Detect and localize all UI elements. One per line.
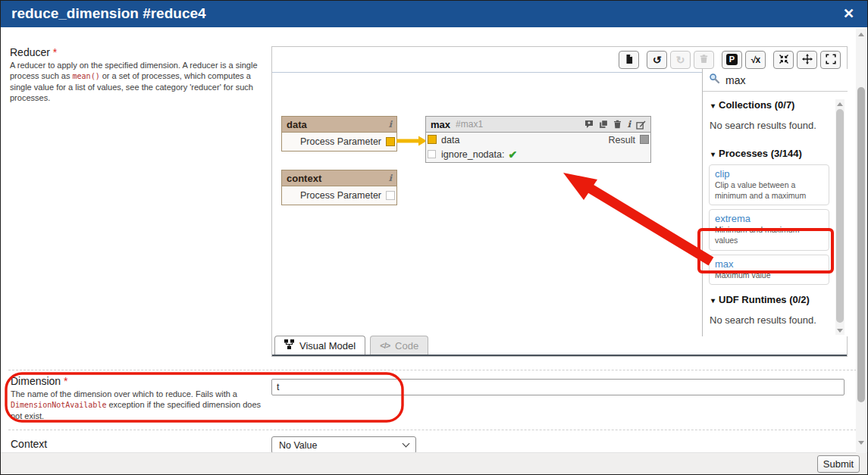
panel-scrollbar[interactable] [835,99,844,335]
block-data-body: Process Parameter [282,133,396,151]
result-label: Result [609,135,635,145]
section-processes[interactable]: ▾Processes (3/144) [711,148,829,159]
reducer-label: Reducer * [10,46,57,58]
block-context-body: Process Parameter [282,186,396,205]
new-model-button[interactable] [619,51,639,69]
compress-model-button[interactable] [773,51,794,69]
block-data-header: data i [282,117,396,133]
block-max[interactable]: max #max1 i [425,116,651,163]
redo-icon: ↻ [676,55,685,65]
process-description: Minimum and maximum values [715,225,823,245]
dimension-description: The name of the dimension over which to … [11,389,274,421]
collections-empty-text: No search results found. [710,120,829,131]
move-icon[interactable] [797,51,817,69]
section-collections[interactable]: ▾Collections (0/7) [711,99,829,111]
sqrt-icon: √x [751,55,760,64]
scrollbar-thumb[interactable] [836,109,844,323]
section-udf-runtimes[interactable]: ▾UDF Runtimes (0/2) [711,294,829,305]
udf-empty-text: No search results found. [710,314,829,326]
trash-icon [699,54,709,65]
process-link[interactable]: clip [715,168,823,180]
context-select[interactable]: No Value [271,436,416,454]
edit-icon[interactable] [636,120,646,130]
scroll-up-arrow[interactable] [856,30,866,39]
redo-button[interactable]: ↻ [670,51,691,69]
tab-code-label: Code [395,340,418,352]
insert-parameter-button[interactable]: P [722,51,742,69]
search-results: ▾Collections (0/7) No search results fou… [703,92,848,336]
move-arrows-icon [802,54,813,66]
undo-button[interactable]: ↺ [647,51,667,69]
output-port[interactable] [386,191,395,200]
process-link[interactable]: extrema [715,213,823,224]
info-icon[interactable]: i [388,119,392,130]
process-card-extrema[interactable]: extrema Minimum and maximum values [709,209,829,250]
fullscreen-button[interactable] [820,51,841,69]
process-parameter-label: Process Parameter [300,136,381,147]
result-port[interactable] [640,135,649,144]
block-context-header: context i [282,170,396,186]
block-context-title: context [287,173,321,184]
required-asterisk: * [53,46,57,58]
info-icon[interactable]: i [627,119,631,130]
scroll-up-arrow[interactable] [835,99,844,108]
new-document-icon [624,54,635,66]
process-parameter-label: Process Parameter [300,190,381,201]
comment-icon[interactable] [584,120,594,129]
dimension-input[interactable] [271,379,844,395]
process-description: Maximum value [715,270,823,281]
duplicate-icon[interactable] [599,120,608,129]
code-icon: </> [380,341,390,350]
process-description: Clip a value between a minimum and a max… [715,180,823,201]
page-title: reduce_dimension #reduce4 [11,5,206,22]
scrollbar-thumb[interactable] [857,87,865,402]
output-port[interactable] [386,137,395,146]
modal-footer: Submit [1,452,867,474]
ignore-nodata-label: ignore_nodata: [441,149,504,160]
search-icon [709,73,720,87]
block-max-actions: i [584,119,646,130]
tab-visual-model-label: Visual Model [299,340,356,352]
block-max-title: max [431,119,450,130]
inline-code: DimensionNotAvailable [11,401,106,409]
submit-button[interactable]: Submit [817,455,860,473]
block-data[interactable]: data i Process Parameter [281,116,397,152]
checkmark-icon: ✔ [508,148,517,161]
dimension-label: Dimension * [11,375,67,387]
process-card-max[interactable]: max Maximum value [709,255,829,286]
context-select-value: No Value [279,440,318,451]
process-link[interactable]: max [715,258,823,270]
scroll-down-arrow[interactable] [835,326,844,335]
graph-icon [284,339,294,352]
chevron-down-icon: ▾ [711,102,715,110]
ignore-nodata-checkbox[interactable] [428,150,436,158]
block-data-title: data [287,119,307,130]
tab-code[interactable]: </> Code [370,336,428,355]
modal-scrollbar[interactable] [856,28,866,453]
reducer-description: A reducer to apply on the specified dime… [10,60,266,103]
search-box [703,69,848,92]
info-icon[interactable]: i [388,173,392,183]
compress-icon [779,54,789,66]
scroll-down-arrow[interactable] [856,438,866,447]
insert-math-button[interactable]: √x [745,51,766,69]
input-label: data [441,135,459,145]
process-card-clip[interactable]: clip Clip a value between a minimum and … [709,164,829,205]
input-port-data[interactable] [428,135,437,144]
inline-code: mean() [73,72,100,80]
reduce-dimension-modal: reduce_dimension #reduce4 ✕ Reducer * A … [0,0,868,475]
chevron-down-icon: ▾ [711,296,715,305]
chevron-down-icon [403,440,410,448]
process-search-panel: ▾Collections (0/7) No search results fou… [702,69,848,336]
block-max-id: #max1 [456,119,483,130]
block-context[interactable]: context i Process Parameter [281,170,397,205]
search-input[interactable] [725,74,820,86]
tab-visual-model[interactable]: Visual Model [274,336,365,355]
undo-icon: ↺ [653,55,662,65]
parameter-icon: P [726,54,738,65]
trash-icon[interactable] [613,120,622,129]
close-icon[interactable]: ✕ [843,5,854,22]
block-max-header: max #max1 i [426,117,650,133]
delete-button[interactable] [694,51,714,69]
modal-title-bar: reduce_dimension #reduce4 ✕ [1,1,867,27]
